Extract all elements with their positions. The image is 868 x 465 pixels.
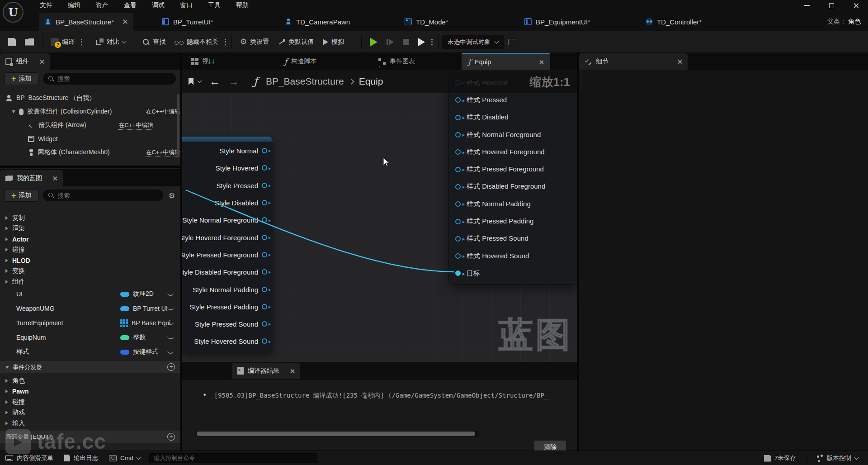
asset-tab-td-camerapawn[interactable]: TD_CameraPawn: [285, 13, 350, 31]
closed-eye-icon[interactable]: [167, 307, 174, 310]
myblueprint-search-box[interactable]: [43, 190, 163, 201]
variable-row[interactable]: UI 纹理2D: [0, 287, 180, 301]
node-output-pin-row[interactable]: Style Pressed Foreground: [182, 246, 273, 263]
blueprint-graph-canvas[interactable]: Style Normal Style Hovered Style Pressed…: [182, 70, 577, 362]
components-search-input[interactable]: [58, 76, 170, 82]
tab-event-graph[interactable]: 事件图表: [372, 53, 421, 70]
navigate-back-icon[interactable]: ←: [209, 76, 220, 87]
asset-tab-td-controller[interactable]: TD_Controller*: [646, 13, 702, 31]
output-pin-icon[interactable]: [262, 217, 267, 223]
output-pin-icon[interactable]: [262, 148, 267, 153]
component-row-widget[interactable]: Widget: [0, 132, 180, 146]
node-output-pin-row[interactable]: Style Normal Padding: [182, 280, 273, 298]
compile-button[interactable]: 编译: [46, 34, 79, 50]
node-input-pin-row[interactable]: 样式 Hovered Sound: [449, 247, 577, 265]
hide-unrelated-button[interactable]: 隐藏不相关: [170, 34, 223, 50]
expander-down-icon[interactable]: [12, 110, 15, 113]
expander-arrow-icon[interactable]: [5, 422, 8, 425]
node-input-pin-row[interactable]: 样式 Pressed Sound: [449, 230, 577, 247]
components-panel-tab[interactable]: 组件: [0, 53, 50, 70]
node-input-pin-row[interactable]: 样式 Normal Foreground: [449, 126, 577, 143]
input-pin-icon[interactable]: [455, 236, 461, 242]
category-row[interactable]: Pawn: [0, 386, 180, 397]
expander-arrow-icon[interactable]: [5, 411, 8, 414]
node-input-pin-row[interactable]: 样式 Disabled: [449, 109, 577, 126]
asset-tab-bp-basestructure[interactable]: BP_BaseStructure*: [39, 13, 133, 31]
compile-options-icon[interactable]: [79, 39, 84, 45]
input-pin-icon[interactable]: [455, 201, 461, 207]
output-pin-icon[interactable]: [262, 269, 267, 275]
menu-item[interactable]: 调试: [152, 1, 165, 9]
variable-row[interactable]: WeaponUMG BP Turret UI: [0, 301, 180, 316]
maximize-button[interactable]: [819, 0, 844, 11]
node-input-pin-row[interactable]: 样式 Pressed Foreground: [449, 161, 577, 178]
menu-item[interactable]: 文件: [40, 1, 52, 9]
expander-arrow-icon[interactable]: [5, 237, 8, 241]
node-input-pin-row[interactable]: 样式 Normal Padding: [449, 195, 577, 213]
hide-unrelated-options-icon[interactable]: [223, 39, 228, 45]
panel-close-icon[interactable]: [290, 369, 295, 374]
closed-eye-icon[interactable]: [167, 292, 174, 296]
category-row[interactable]: 变换: [0, 266, 180, 277]
tab-viewport[interactable]: 视口: [185, 53, 222, 70]
output-pin-icon[interactable]: [262, 287, 267, 292]
tab-close-icon[interactable]: [539, 60, 544, 65]
find-button[interactable]: 查找: [138, 34, 170, 50]
components-scrollbar[interactable]: [177, 94, 179, 157]
breadcrumb-root[interactable]: BP_BaseStructure: [266, 76, 344, 87]
expander-arrow-icon[interactable]: [5, 400, 8, 404]
node-input-pin-row[interactable]: 样式 Pressed: [449, 91, 577, 109]
expander-down-icon[interactable]: [5, 366, 9, 369]
output-pin-icon[interactable]: [262, 321, 267, 327]
target-pin-icon[interactable]: [455, 270, 461, 276]
play-button[interactable]: [365, 34, 382, 50]
target-pin-row[interactable]: 目标: [449, 265, 577, 282]
compiler-results-tab[interactable]: 编译器结果: [232, 363, 300, 379]
asset-tab-td-mode[interactable]: TD_Mode*: [405, 13, 448, 31]
panel-divider[interactable]: [0, 166, 180, 168]
close-button[interactable]: [844, 0, 868, 11]
edit-in-cpp-link[interactable]: 在C++中编辑: [146, 148, 180, 157]
scrollbar-thumb[interactable]: [197, 432, 475, 436]
unsaved-files-button[interactable]: 7未保存: [759, 451, 802, 465]
node-output-pin-row[interactable]: Style Pressed Padding: [182, 298, 273, 315]
category-row[interactable]: 复制: [0, 213, 180, 223]
node-output-pin-row[interactable]: Style Normal: [182, 142, 273, 159]
output-pin-icon[interactable]: [262, 338, 267, 344]
node-output-pin-row[interactable]: Style Disabled: [182, 194, 273, 211]
minimize-button[interactable]: [795, 0, 819, 11]
expander-arrow-icon[interactable]: [5, 379, 8, 383]
diff-button[interactable]: 对比: [92, 34, 130, 50]
node-output-pin-row[interactable]: Style Pressed: [182, 177, 273, 194]
blueprint-filter-gear-icon[interactable]: ⚙: [168, 191, 176, 200]
expander-arrow-icon[interactable]: [5, 269, 8, 273]
version-control-button[interactable]: 版本控制: [811, 451, 863, 465]
button-style-node[interactable]: Style Normal Style Hovered Style Pressed…: [182, 137, 273, 353]
panel-close-icon[interactable]: [39, 59, 44, 64]
node-output-pin-row[interactable]: Style Hovered Sound: [182, 332, 273, 350]
menu-item[interactable]: 编辑: [68, 1, 80, 9]
compiler-log-line[interactable]: • [9585.03]BP_BaseStructure 编译成功![235 毫秒…: [203, 392, 571, 400]
tab-construction-script[interactable]: ƒ 构造脚本: [278, 53, 323, 70]
expander-arrow-icon[interactable]: [5, 227, 8, 230]
output-pin-icon[interactable]: [262, 200, 267, 205]
expander-arrow-icon[interactable]: [5, 389, 8, 393]
node-output-pin-row[interactable]: Style Pressed Sound: [182, 315, 273, 332]
save-button[interactable]: [4, 34, 20, 50]
details-panel-tab[interactable]: 细节: [579, 53, 688, 70]
panel-close-icon[interactable]: [677, 59, 682, 64]
input-pin-icon[interactable]: [455, 115, 461, 120]
expander-arrow-icon[interactable]: [5, 216, 8, 220]
category-row[interactable]: HLOD: [0, 255, 180, 266]
input-pin-icon[interactable]: [455, 253, 461, 259]
add-dispatcher-icon[interactable]: +: [167, 363, 175, 371]
variable-row[interactable]: 样式 按键样式: [0, 345, 180, 359]
bookmark-icon[interactable]: [189, 78, 193, 85]
tab-close-icon[interactable]: [123, 19, 128, 24]
menu-item[interactable]: 查看: [124, 1, 137, 9]
console-command-input[interactable]: [149, 453, 317, 463]
browse-to-asset-button[interactable]: [20, 34, 38, 50]
component-row-collision-cylinder[interactable]: 胶囊体组件 (CollisionCylinder) 在C++中编辑: [0, 105, 180, 119]
category-row[interactable]: 渲染: [0, 223, 180, 234]
class-settings-button[interactable]: ⚙ 类设置: [236, 34, 274, 50]
